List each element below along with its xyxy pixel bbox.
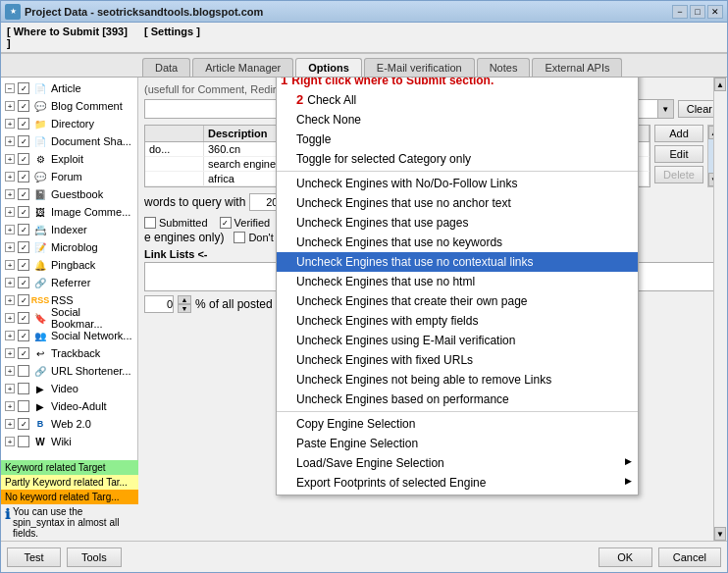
checkbox[interactable] [18,135,29,147]
checkbox[interactable] [18,347,29,359]
list-item[interactable]: + 📄 Document Sha... [1,132,137,150]
expand-icon[interactable]: + [5,384,15,393]
submitted-checkbox-label[interactable]: Submitted [144,217,208,229]
tab-data[interactable]: Data [142,58,190,77]
expand-icon[interactable]: + [5,119,15,129]
list-item[interactable]: + 🔖 Social Bookmar... [1,309,137,327]
checkbox[interactable] [18,153,29,165]
ctx-copy-selection[interactable]: Copy Engine Selection [277,414,638,434]
ctx-uncheck-empty[interactable]: Uncheck Engines with empty fields [277,311,638,331]
tools-button[interactable]: Tools [67,547,122,567]
expand-icon[interactable]: + [5,366,15,376]
checkbox[interactable] [18,400,29,412]
checkbox[interactable] [18,224,29,235]
percent-input[interactable] [144,295,174,313]
checkbox[interactable] [18,330,29,341]
verified-checkbox-label[interactable]: Verified [220,217,271,229]
tab-options[interactable]: Options [295,58,362,77]
checkbox[interactable] [18,188,29,200]
list-item[interactable]: + 📇 Indexer [1,221,137,238]
ctx-export-footprints[interactable]: Export Footprints of selected Engine [277,473,638,493]
checkbox[interactable] [18,118,29,130]
delete-button[interactable]: Delete [654,166,703,183]
tab-external-apis[interactable]: External APIs [532,58,622,77]
checkbox[interactable] [18,418,29,430]
checkbox[interactable] [18,277,29,288]
expand-icon[interactable]: − [5,83,15,93]
list-item[interactable]: + 🔔 Pingback [1,256,137,274]
ctx-paste-selection[interactable]: Paste Engine Selection [277,434,638,453]
expand-icon[interactable]: + [5,260,15,270]
list-item[interactable]: + 💬 Blog Comment [1,97,137,115]
ctx-uncheck-email[interactable]: Uncheck Engines using E-Mail verificatio… [277,331,638,350]
list-item[interactable]: + 🖼 Image Comme... [1,203,137,221]
maximize-button[interactable]: □ [690,5,705,19]
list-item[interactable]: + 📓 Guestbook [1,185,137,203]
dontadd-checkbox[interactable] [234,232,245,243]
add-button[interactable]: Add [654,125,703,142]
expand-icon[interactable]: + [5,295,15,305]
submitted-checkbox[interactable] [144,217,156,229]
checkbox[interactable] [18,241,29,253]
ctx-toggle-category[interactable]: Toggle for selected Category only [277,149,638,169]
expand-icon[interactable]: + [5,136,15,146]
checkbox[interactable] [18,100,29,112]
expand-icon[interactable]: + [5,172,15,182]
ctx-uncheck-no-anchor[interactable]: Uncheck Engines that use no anchor text [277,193,638,213]
list-item[interactable]: + 📁 Directory [1,115,137,132]
right-scroll-up[interactable]: ▲ [714,78,726,91]
ctx-check-all[interactable]: 2 Check All [277,89,638,110]
right-scroll-down[interactable]: ▼ [714,527,726,541]
cancel-button[interactable]: Cancel [658,547,721,567]
list-item[interactable]: + 🔗 URL Shortener... [1,362,137,380]
checkbox[interactable] [18,436,29,447]
expand-icon[interactable]: + [5,207,15,217]
expand-icon[interactable]: + [5,348,15,358]
ctx-uncheck-no-contextual[interactable]: Uncheck Engines that use no contextual l… [277,252,638,272]
ctx-uncheck-performance[interactable]: Uncheck Engines based on performance [277,390,638,409]
expand-icon[interactable]: + [5,313,15,323]
percent-spin-down[interactable]: ▼ [178,304,191,313]
ctx-uncheck-no-html[interactable]: Uncheck Engines that use no html [277,272,638,291]
right-scrollbar[interactable]: ▲ ▼ [713,78,727,541]
checkbox[interactable] [18,383,29,394]
test-button[interactable]: Test [7,547,61,567]
list-item[interactable]: + 👥 Social Network... [1,327,137,344]
list-item[interactable]: + B Web 2.0 [1,415,137,433]
expand-icon[interactable]: + [5,419,15,429]
ctx-toggle[interactable]: Toggle [277,130,638,149]
ctx-uncheck-no-remove[interactable]: Uncheck Engines not being able to remove… [277,370,638,390]
expand-icon[interactable]: + [5,437,15,446]
list-item[interactable]: + ▶ Video-Adult [1,397,137,415]
ctx-uncheck-fixed-urls[interactable]: Uncheck Engines with fixed URLs [277,350,638,370]
list-item[interactable]: + 💬 Forum [1,168,137,185]
expand-icon[interactable]: + [5,101,15,111]
ctx-uncheck-own-page[interactable]: Uncheck Engines that create their own pa… [277,291,638,311]
checkbox[interactable] [18,365,29,377]
tab-article-manager[interactable]: Article Manager [192,58,293,77]
tab-email-verification[interactable]: E-Mail verification [364,58,475,77]
expand-icon[interactable]: + [5,401,15,411]
list-item[interactable]: − 📄 Article [1,79,137,97]
checkbox[interactable] [18,312,29,324]
ctx-uncheck-nofollow[interactable]: Uncheck Engines with No/Do-Follow Links [277,174,638,193]
percent-spin-up[interactable]: ▲ [178,295,191,304]
list-item[interactable]: + 🔗 Referrer [1,274,137,291]
expand-icon[interactable]: + [5,278,15,287]
checkbox[interactable] [18,259,29,271]
expand-icon[interactable]: + [5,225,15,234]
tab-notes[interactable]: Notes [477,58,531,77]
expand-icon[interactable]: + [5,154,15,164]
ctx-uncheck-no-keywords[interactable]: Uncheck Engines that use no keywords [277,233,638,252]
expand-icon[interactable]: + [5,242,15,252]
minimize-button[interactable]: − [672,5,688,19]
list-item[interactable]: + ↩ Trackback [1,344,137,362]
checkbox[interactable] [18,294,29,306]
combo-dropdown-btn[interactable]: ▼ [657,100,673,118]
checkbox[interactable] [18,206,29,218]
ctx-check-none[interactable]: Check None [277,110,638,130]
list-item[interactable]: + 📝 Microblog [1,238,137,256]
verified-checkbox[interactable] [220,217,232,229]
ok-button[interactable]: OK [598,547,652,567]
list-item[interactable]: + ⚙ Exploit [1,150,137,168]
